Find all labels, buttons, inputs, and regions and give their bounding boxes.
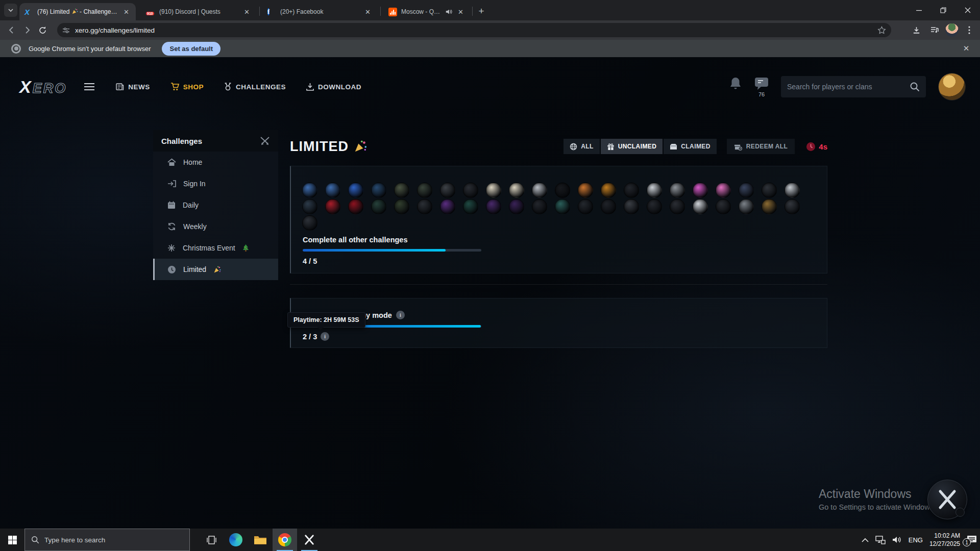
xero-app-button[interactable] bbox=[297, 529, 322, 551]
filter-unclaimed-button[interactable]: UNCLAIMED bbox=[601, 139, 663, 154]
reward-icon[interactable] bbox=[693, 183, 708, 198]
url-bar[interactable]: xero.gg/challenges/limited bbox=[57, 23, 891, 37]
reward-icon[interactable] bbox=[693, 199, 708, 214]
task-view-button[interactable] bbox=[199, 529, 224, 551]
reward-icon[interactable] bbox=[302, 215, 317, 231]
reward-icon[interactable] bbox=[762, 199, 777, 214]
search-icon[interactable] bbox=[910, 82, 920, 92]
reward-icon[interactable] bbox=[348, 199, 363, 214]
site-settings-icon[interactable] bbox=[62, 27, 70, 34]
info-icon[interactable]: i bbox=[396, 311, 405, 319]
edge-button[interactable] bbox=[224, 529, 248, 551]
reward-icon[interactable] bbox=[532, 183, 547, 198]
reward-icon[interactable] bbox=[578, 199, 593, 214]
nav-shop[interactable]: SHOP bbox=[170, 83, 204, 91]
sidebar-item-daily[interactable]: Daily bbox=[153, 194, 278, 216]
close-window-button[interactable] bbox=[955, 0, 980, 20]
reward-icon[interactable] bbox=[463, 183, 478, 198]
url-text[interactable]: xero.gg/challenges/limited bbox=[75, 27, 872, 34]
sidebar-item-weekly[interactable]: Weekly bbox=[153, 216, 278, 237]
reward-icon[interactable] bbox=[371, 199, 386, 214]
tab-xero[interactable]: X (76) Limited - Challenge - X ✕ bbox=[19, 3, 136, 20]
reward-icon[interactable] bbox=[417, 199, 432, 214]
start-button[interactable] bbox=[0, 529, 24, 551]
reward-icon[interactable] bbox=[670, 183, 685, 198]
reward-icon[interactable] bbox=[509, 199, 524, 214]
reward-icon[interactable] bbox=[463, 199, 478, 214]
tab-list-chevron-button[interactable] bbox=[4, 4, 17, 17]
tab-audio-icon[interactable] bbox=[445, 8, 452, 15]
site-search-input[interactable] bbox=[787, 83, 904, 91]
reward-icon[interactable] bbox=[325, 183, 340, 198]
reward-icon[interactable] bbox=[670, 199, 685, 214]
hamburger-menu-button[interactable] bbox=[84, 83, 94, 90]
reward-icon[interactable] bbox=[578, 183, 593, 198]
notifications-button[interactable] bbox=[729, 77, 742, 91]
info-icon[interactable]: i bbox=[321, 332, 329, 341]
reward-icon[interactable] bbox=[647, 199, 662, 214]
redeem-all-button[interactable]: REDEEM ALL bbox=[727, 139, 795, 154]
browser-profile-avatar[interactable] bbox=[945, 23, 959, 37]
reward-icon[interactable] bbox=[785, 183, 800, 198]
taskbar-search-input[interactable] bbox=[44, 536, 183, 544]
reward-icon[interactable] bbox=[555, 183, 570, 198]
tab-close-icon[interactable]: ✕ bbox=[363, 8, 372, 16]
site-search-box[interactable] bbox=[781, 76, 926, 97]
reward-icon[interactable] bbox=[762, 183, 777, 198]
tab-close-icon[interactable]: ✕ bbox=[122, 8, 131, 16]
media-controls-button[interactable] bbox=[927, 22, 942, 38]
tab-close-icon[interactable]: ✕ bbox=[242, 8, 251, 16]
reward-icon[interactable] bbox=[440, 199, 455, 214]
reward-icon[interactable] bbox=[348, 183, 363, 198]
reward-icon[interactable] bbox=[486, 199, 501, 214]
sidebar-item-limited[interactable]: Limited bbox=[153, 259, 278, 280]
browser-menu-button[interactable] bbox=[962, 22, 977, 38]
reward-icon[interactable] bbox=[785, 199, 800, 214]
reward-icon[interactable] bbox=[624, 199, 639, 214]
reward-icon[interactable] bbox=[325, 199, 340, 214]
action-center-button[interactable]: 1 bbox=[967, 535, 977, 544]
banner-close-button[interactable]: ✕ bbox=[960, 42, 973, 55]
reward-icon[interactable] bbox=[394, 183, 409, 198]
sidebar-item-signin[interactable]: Sign In bbox=[153, 173, 278, 194]
bookmark-star-icon[interactable] bbox=[877, 26, 886, 35]
reward-icon[interactable] bbox=[302, 199, 317, 214]
reward-icon[interactable] bbox=[601, 199, 616, 214]
reward-icon[interactable] bbox=[371, 183, 386, 198]
tab-facebook[interactable]: f (20+) Facebook ✕ bbox=[262, 3, 377, 20]
reward-icon[interactable] bbox=[739, 183, 754, 198]
reward-icon[interactable] bbox=[532, 199, 547, 214]
reward-icon[interactable] bbox=[394, 199, 409, 214]
reward-icon[interactable] bbox=[624, 183, 639, 198]
nav-download[interactable]: DOWNLOAD bbox=[306, 83, 361, 91]
reward-icon[interactable] bbox=[509, 183, 524, 198]
downloads-button[interactable] bbox=[909, 22, 924, 38]
user-avatar[interactable] bbox=[938, 73, 966, 101]
sidebar-item-christmas[interactable]: Christmas Event bbox=[153, 237, 278, 259]
reward-icon[interactable] bbox=[716, 183, 731, 198]
filter-claimed-button[interactable]: CLAIMED bbox=[664, 139, 716, 154]
reward-icon[interactable] bbox=[486, 183, 501, 198]
clock[interactable]: 10:02 AM 12/27/2025 bbox=[929, 532, 960, 548]
minimize-button[interactable] bbox=[906, 0, 931, 20]
reward-icon[interactable] bbox=[417, 183, 432, 198]
messages-button[interactable]: 76 bbox=[754, 77, 769, 90]
reward-icon[interactable] bbox=[555, 199, 570, 214]
nav-news[interactable]: NEWS bbox=[116, 83, 150, 91]
taskbar-search-box[interactable] bbox=[24, 529, 190, 551]
tab-close-icon[interactable]: ✕ bbox=[456, 8, 465, 16]
network-icon[interactable] bbox=[875, 536, 886, 544]
tab-soundcloud[interactable]: Moscow - QUDAS _ قداس - ✕ bbox=[383, 3, 470, 20]
set-as-default-button[interactable]: Set as default bbox=[162, 42, 220, 56]
restore-button[interactable] bbox=[931, 0, 955, 20]
reward-icon[interactable] bbox=[440, 183, 455, 198]
back-button[interactable] bbox=[4, 22, 19, 38]
reward-icon[interactable] bbox=[716, 199, 731, 214]
reward-icon[interactable] bbox=[302, 183, 317, 198]
filter-all-button[interactable]: ALL bbox=[564, 139, 600, 154]
forward-button[interactable] bbox=[19, 22, 35, 38]
language-indicator[interactable]: ENG bbox=[909, 536, 923, 544]
file-explorer-button[interactable] bbox=[248, 529, 273, 551]
tray-chevron-up-icon[interactable] bbox=[862, 538, 869, 542]
sidebar-item-home[interactable]: Home bbox=[153, 152, 278, 173]
